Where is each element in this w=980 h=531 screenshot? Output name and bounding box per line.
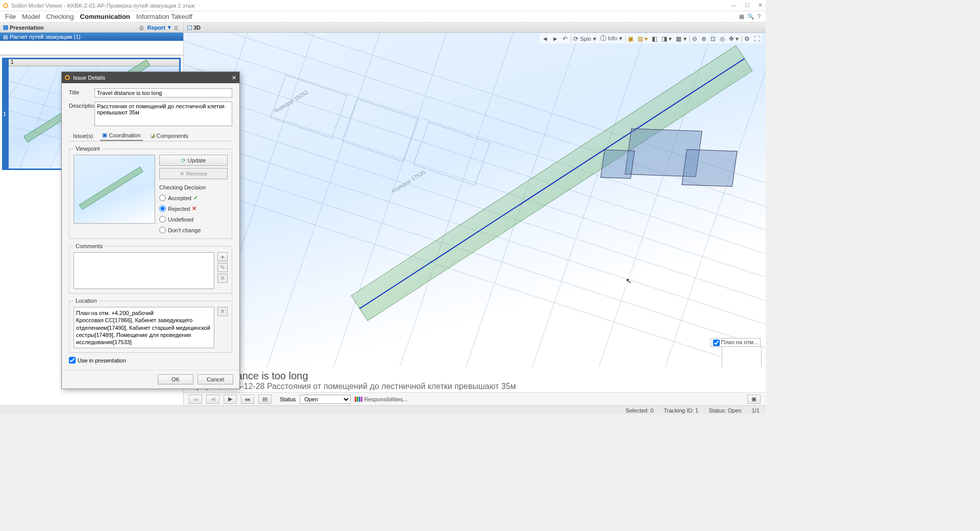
settings-icon[interactable]: ⚙ — [742, 35, 751, 42]
undo-icon[interactable]: ↶ — [561, 35, 569, 42]
title-label: Title — [69, 88, 94, 95]
dialog-app-icon — [65, 75, 70, 80]
delete-location-button[interactable]: ✕ — [217, 307, 228, 316]
zoom-sel-icon[interactable]: ◎ — [719, 35, 726, 42]
svg-line-21 — [332, 33, 459, 367]
decision-dontchange[interactable]: Don't change — [159, 227, 228, 233]
spin-menu[interactable]: ⟳ Spin ▾ — [571, 35, 597, 42]
comments-legend: Comments — [74, 243, 105, 249]
list-view-button[interactable]: ▤ — [258, 395, 272, 404]
nav-fwd-icon[interactable]: ► — [551, 35, 559, 42]
titlebar: Solibri Model Viewer - KKBK-2-01-АР-Пров… — [0, 0, 766, 11]
3d-view-panel: ⬚ 3D ◄ ► ↶ ⟳ Spin ▾ ⓘ Info ▾ ▣ ▥ ▾ ◧ ◨ ▾… — [184, 22, 766, 405]
presentation-item[interactable]: Расчет путей эвакуации (1) — [0, 33, 183, 41]
3d-toolbar: ◄ ► ↶ ⟳ Spin ▾ ⓘ Info ▾ ▣ ▥ ▾ ◧ ◨ ▾ ▦ ▾ … — [540, 34, 763, 43]
expand-icon[interactable]: ⛶ — [753, 35, 761, 42]
tab-coordination[interactable]: ▣Coordination — [100, 130, 142, 141]
dialog-title: Issue Details — [73, 75, 105, 81]
caption-title: Travel distance is too long — [190, 370, 760, 382]
next-slide-button[interactable]: ▶ — [224, 395, 237, 404]
location-text: План на отм. +4.200_рабочий Кроссовая СС… — [74, 307, 214, 348]
delete-comment-button[interactable]: ✕ — [217, 274, 228, 283]
room-volume-2 — [681, 149, 737, 186]
menu-checking[interactable]: Checking — [46, 13, 74, 20]
room-volume-3 — [600, 150, 634, 179]
decision-accepted[interactable]: Accepted✓ — [159, 195, 228, 201]
remove-button[interactable]: ✕Remove — [159, 168, 228, 179]
3d-viewport[interactable]: ◄ ► ↶ ⟳ Spin ▾ ⓘ Info ▾ ▣ ▥ ▾ ◧ ◨ ▾ ▦ ▾ … — [184, 33, 766, 367]
mini-icon-2[interactable]: ⬚ — [730, 366, 736, 367]
last-slide-button[interactable]: ⏭ — [241, 395, 254, 404]
help-icon[interactable]: ? — [757, 13, 761, 20]
decision-undefined[interactable]: Undefined — [159, 216, 228, 223]
tool-icon-2[interactable]: ◨ ▾ — [660, 35, 673, 42]
app-title: Solibri Model Viewer - KKBK-2-01-АР-Пров… — [11, 3, 194, 9]
slideshow-controls: ⏮ ◀ ▶ ⏭ ▤ Status Open Responsibilities..… — [184, 392, 766, 405]
nav-back-icon[interactable]: ◄ — [541, 35, 549, 42]
status-tracking: Tracking ID: 1 — [664, 407, 698, 414]
app-icon — [3, 3, 8, 8]
pan-icon[interactable]: ✥ ▾ — [728, 35, 740, 42]
status-select[interactable]: Open — [300, 395, 351, 404]
cancel-button[interactable]: Cancel — [198, 374, 233, 384]
presentation-header: Presentation — [10, 25, 44, 31]
responsibilities-button[interactable]: Responsibilities... — [355, 396, 408, 402]
use-in-presentation-checkbox[interactable] — [69, 357, 76, 364]
zoom-out-icon[interactable]: ⊖ — [690, 35, 698, 42]
add-comment-button[interactable]: ＋ — [217, 252, 228, 261]
mini-plan-panel[interactable]: ◪ ⬚ ⊡ — [722, 346, 762, 367]
comments-textarea[interactable] — [74, 252, 214, 289]
first-slide-button[interactable]: ⏮ — [189, 395, 202, 404]
description-textarea[interactable]: Расстояния от помещений до лестничной кл… — [94, 102, 232, 126]
present-button[interactable]: ▣ — [747, 395, 761, 404]
clip-icon[interactable]: ▣ — [625, 35, 634, 42]
edit-comment-button[interactable]: ✎ — [217, 263, 228, 272]
update-button[interactable]: ⟳Update — [159, 155, 228, 166]
presentation-item-label: Расчет путей эвакуации (1) — [10, 34, 81, 40]
description-label: Description — [69, 102, 94, 109]
menu-file[interactable]: File — [5, 13, 16, 20]
svg-text:Коридор 19252: Коридор 19252 — [273, 89, 309, 113]
menubar: File Model Checking Communication Inform… — [0, 11, 766, 22]
title-input[interactable] — [94, 88, 232, 98]
status-state: Status: Open — [708, 407, 741, 414]
statusbar: Selected: 0 Tracking ID: 1 Status: Open … — [0, 405, 766, 415]
minimize-button[interactable]: — — [731, 2, 737, 9]
presentation-list[interactable]: Расчет путей эвакуации (1) — [0, 33, 183, 55]
decision-rejected[interactable]: Rejected✕ — [159, 205, 228, 212]
svg-text:Коридор 17535: Коридор 17535 — [390, 169, 427, 194]
issue-details-dialog: Issue Details ✕ Title Description Рассто… — [61, 71, 240, 389]
mini-icon-3[interactable]: ⊡ — [737, 366, 741, 367]
tool-icon-3[interactable]: ▦ ▾ — [675, 35, 687, 42]
tab-issues[interactable]: Issue(s) — [71, 130, 95, 141]
menu-communication[interactable]: Communication — [80, 13, 130, 20]
dialog-close-button[interactable]: ✕ — [232, 75, 236, 81]
section-icon[interactable]: ▥ ▾ — [636, 35, 649, 42]
search-icon[interactable]: 🔍 — [747, 13, 754, 20]
report-button[interactable]: Report ▾ — [140, 24, 171, 31]
zoom-fit-icon[interactable]: ⊡ — [709, 35, 717, 42]
info-menu[interactable]: ⓘ Info ▾ — [599, 34, 623, 43]
viewpoint-thumbnail[interactable] — [74, 155, 155, 224]
prev-slide-button[interactable]: ◀ — [206, 395, 219, 404]
status-count: 1/1 — [752, 407, 760, 414]
tab-components[interactable]: ◪Components — [148, 130, 190, 141]
svg-line-13 — [184, 151, 766, 358]
filter-icon[interactable] — [174, 25, 180, 31]
checking-decision-label: Checking Decision — [159, 184, 228, 190]
tool-icon-1[interactable]: ◧ — [651, 35, 658, 42]
mini-icon-1[interactable]: ◪ — [724, 366, 729, 367]
status-label: Status — [280, 396, 296, 402]
plan-label-text: План на отм... — [721, 339, 758, 345]
viewpoint-legend: Viewpoint — [74, 146, 102, 152]
maximize-button[interactable]: ☐ — [745, 2, 750, 9]
use-in-presentation[interactable]: Use in presentation — [69, 357, 232, 364]
plan-checkbox[interactable] — [713, 340, 720, 346]
slide-thumb-header: 1 — [9, 59, 179, 66]
ok-button[interactable]: OK — [158, 374, 193, 384]
layout-icon[interactable]: ▦ — [739, 13, 744, 20]
close-button[interactable]: ✕ — [758, 2, 763, 9]
zoom-in-icon[interactable]: ⊕ — [700, 35, 707, 42]
menu-information-takeoff[interactable]: Information Takeoff — [136, 13, 192, 20]
menu-model[interactable]: Model — [22, 13, 40, 20]
